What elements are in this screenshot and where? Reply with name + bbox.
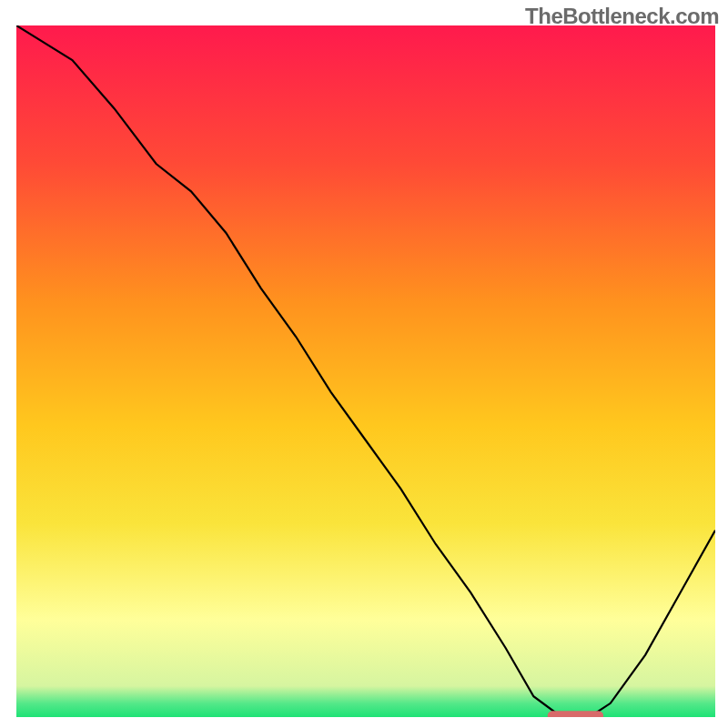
chart-frame: TheBottleneck.com <box>0 0 728 728</box>
watermark-text: TheBottleneck.com <box>525 4 719 29</box>
chart-svg <box>16 25 715 717</box>
plot-area <box>16 25 715 717</box>
optimal-marker <box>548 711 603 717</box>
gradient-bg <box>16 25 715 717</box>
